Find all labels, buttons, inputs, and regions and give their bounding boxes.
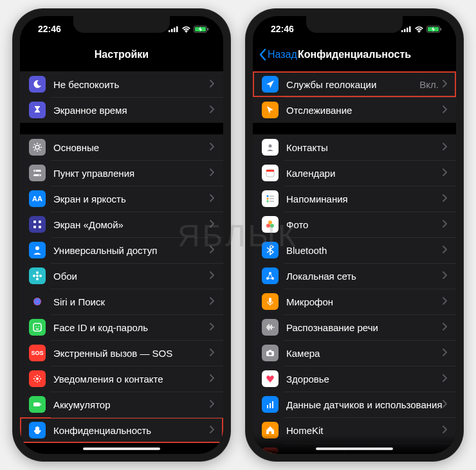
chevron-right-icon [443, 193, 447, 204]
row-label: Face ID и код-пароль [53, 322, 210, 333]
back-button[interactable]: Назад [259, 49, 297, 60]
chevron-right-icon [210, 296, 214, 307]
battery-charging-icon [426, 26, 442, 33]
settings-row[interactable]: AAЭкран и яркость [20, 186, 223, 212]
svg-rect-15 [39, 226, 41, 228]
svg-rect-27 [33, 402, 40, 406]
reminders-icon [262, 190, 279, 207]
home-indicator[interactable] [316, 447, 393, 450]
settings-row[interactable]: Микрофон [253, 289, 456, 314]
SOS-icon: SOS [29, 345, 46, 361]
chevron-right-icon [443, 167, 447, 179]
settings-section: КонтактыКалендариНапоминанияФотоBluetoot… [253, 134, 456, 454]
svg-rect-28 [41, 404, 42, 406]
row-value: Вкл. [419, 79, 439, 90]
svg-rect-54 [269, 298, 271, 303]
settings-row[interactable]: Локальная сеть [253, 263, 456, 289]
settings-row[interactable]: Фото [253, 212, 456, 237]
settings-row[interactable]: Распознавание речи [253, 314, 456, 340]
settings-list-left[interactable]: Не беспокоитьЭкранное времяОсновныеПункт… [20, 68, 223, 454]
settings-row[interactable]: Face ID и код-пароль [20, 314, 223, 340]
svg-point-22 [33, 298, 41, 305]
settings-row[interactable]: Не беспокоить [20, 71, 223, 97]
settings-row[interactable]: Экранное время [20, 97, 223, 123]
rays-icon [29, 370, 46, 387]
svg-rect-2 [174, 28, 176, 32]
settings-row[interactable]: Камера [253, 340, 456, 366]
row-label: Контакты [286, 142, 443, 153]
svg-point-10 [35, 170, 36, 172]
music-icon [262, 447, 279, 454]
svg-point-21 [39, 275, 42, 277]
notch [306, 16, 403, 33]
chevron-right-icon [443, 399, 447, 410]
settings-row[interactable]: Основные [20, 134, 223, 160]
health-icon [262, 370, 279, 387]
svg-point-43 [267, 198, 269, 200]
svg-point-19 [36, 278, 39, 280]
notch [73, 16, 170, 33]
status-icons [169, 26, 209, 33]
svg-rect-3 [176, 26, 178, 32]
svg-point-39 [269, 145, 272, 148]
page-title: Настройки [95, 49, 149, 60]
settings-section: Службы геолокацииВкл.Отслеживание [253, 71, 456, 123]
calendar-icon [262, 165, 279, 181]
row-label: Универсальный доступ [53, 245, 210, 256]
settings-row[interactable]: SOSЭкстренный вызов — SOS [20, 340, 223, 366]
chevron-right-icon [210, 219, 214, 230]
row-label: Здоровье [286, 374, 443, 384]
settings-row[interactable]: Bluetooth [253, 237, 456, 263]
row-label: Экран и яркость [53, 194, 210, 204]
battery-icon [29, 396, 46, 413]
settings-row[interactable]: HomeKit [253, 417, 456, 443]
status-time: 22:46 [38, 24, 61, 34]
svg-rect-45 [270, 195, 274, 197]
settings-row[interactable]: Напоминания [253, 186, 456, 212]
settings-row[interactable]: Универсальный доступ [20, 237, 223, 263]
svg-rect-58 [267, 405, 268, 408]
settings-row[interactable]: Уведомления о контакте [20, 366, 223, 392]
settings-row[interactable]: Данные датчиков и использования [253, 392, 456, 417]
svg-rect-8 [33, 170, 41, 172]
signal-icon [401, 26, 412, 32]
row-label: Siri и Поиск [53, 296, 210, 307]
settings-row[interactable]: Отслеживание [253, 97, 456, 123]
svg-rect-12 [33, 221, 36, 223]
AA-icon: AA [29, 190, 46, 207]
settings-row[interactable]: Аккумулятор [20, 392, 223, 417]
settings-section: ОсновныеПункт управленияAAЭкран и яркост… [20, 134, 223, 443]
svg-rect-0 [169, 30, 170, 32]
chevron-right-icon [210, 244, 214, 256]
settings-row[interactable]: Экран «Домой» [20, 212, 223, 237]
svg-rect-38 [441, 28, 442, 30]
grid-icon [29, 216, 46, 233]
chevron-right-icon [443, 78, 447, 90]
row-label: Фото [286, 219, 443, 230]
settings-row[interactable]: Конфиденциальность [20, 417, 223, 443]
screen-right: 22:46 Назад Конфиденциальность Службы ге… [253, 16, 456, 454]
moon-icon [29, 76, 46, 93]
svg-point-49 [266, 224, 270, 228]
svg-point-11 [39, 175, 40, 176]
settings-row[interactable]: Службы геолокацииВкл. [253, 71, 456, 97]
settings-row[interactable]: Здоровье [253, 366, 456, 392]
svg-rect-57 [269, 350, 271, 351]
arrow-pointer-icon [262, 102, 279, 118]
settings-row[interactable]: Siri и Поиск [20, 289, 223, 314]
home-indicator[interactable] [83, 447, 160, 450]
row-label: Локальная сеть [286, 271, 443, 282]
settings-row[interactable]: Календари [253, 160, 456, 186]
svg-rect-6 [208, 28, 209, 30]
row-label: Пункт управления [53, 168, 210, 179]
gear-icon [29, 139, 46, 156]
settings-row[interactable]: Контакты [253, 134, 456, 160]
settings-list-right[interactable]: Службы геолокацииВкл.ОтслеживаниеКонтакт… [253, 68, 456, 454]
settings-row[interactable]: Обои [20, 263, 223, 289]
settings-row[interactable]: Пункт управления [20, 160, 223, 186]
row-label: Обои [53, 271, 210, 282]
svg-rect-33 [404, 29, 406, 32]
row-label: Конфиденциальность [53, 425, 210, 436]
nav-bar-right: Назад Конфиденциальность [253, 42, 456, 68]
svg-point-42 [267, 195, 269, 197]
